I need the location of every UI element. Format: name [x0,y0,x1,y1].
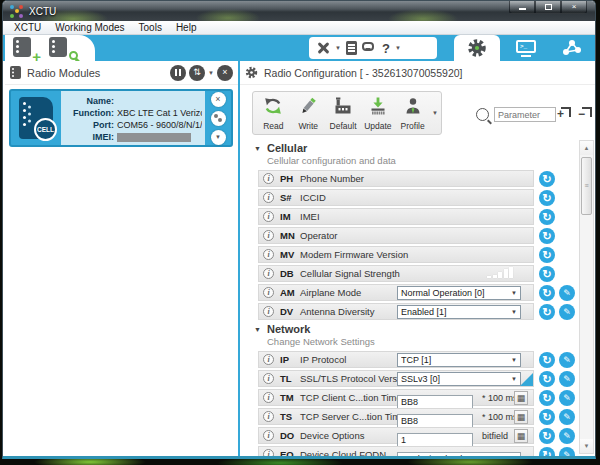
write-param-button[interactable]: ✎ [559,371,575,387]
collapse-all-sections-button[interactable]: − [577,106,593,122]
scrollbar-thumb[interactable]: ≡ [581,157,592,215]
refresh-param-button[interactable]: ↻ [539,209,555,225]
info-icon[interactable]: i [263,411,274,422]
param-select[interactable]: TCP [1] ▼ [397,353,521,367]
refresh-param-button[interactable]: ↻ [539,171,555,187]
tab-network[interactable] [551,35,593,61]
parameter-row[interactable]: i IP IP Protocol TCP [1] ▼ ↻ ✎ [258,351,534,368]
menu-tools[interactable]: Tools [132,21,169,34]
chevron-down-icon[interactable]: ▼ [432,110,438,116]
write-param-button[interactable]: ✎ [559,304,575,320]
refresh-param-button[interactable]: ↻ [539,304,555,320]
param-tool-button[interactable]: ▦ [514,429,528,443]
param-input[interactable] [397,433,473,447]
module-connection-button[interactable] [211,111,226,126]
menu-xctu[interactable]: XCTU [7,21,48,34]
close-button[interactable]: × [561,1,587,14]
collapse-section-icon[interactable]: ▼ [254,326,261,333]
info-icon[interactable]: i [263,373,274,384]
default-button[interactable]: Default [326,93,361,133]
vertical-scrollbar[interactable]: ▲ ≡ ▼ [579,140,594,454]
info-icon[interactable]: i [263,249,274,260]
refresh-param-button[interactable]: ↻ [539,428,555,444]
info-icon[interactable]: i [263,392,274,403]
frames-log-button[interactable] [346,41,357,55]
param-tool-button[interactable]: ▦ [514,410,528,424]
read-button[interactable]: Read [256,93,291,133]
refresh-param-button[interactable]: ↻ [539,409,555,425]
parameter-row[interactable]: i DO Device Options bitfield ▦ ↻ ✎ [258,427,534,444]
info-icon[interactable]: i [263,449,274,456]
param-input[interactable] [397,414,473,428]
chevron-down-icon[interactable]: ▼ [335,45,341,51]
refresh-param-button[interactable]: ↻ [539,285,555,301]
refresh-param-button[interactable]: ↻ [539,352,555,368]
parameter-row[interactable]: i TL SSL/TLS Protocol Version SSLv3 [0] … [258,370,534,387]
write-param-button[interactable]: ✎ [559,285,575,301]
parameter-row[interactable]: i TS TCP Server C...tion Timeout * 100 m… [258,408,534,425]
param-input[interactable] [397,395,473,409]
tools-menu-button[interactable] [316,41,330,55]
info-icon[interactable]: i [263,430,274,441]
profile-button[interactable]: Profile [395,93,430,133]
chevron-down-icon[interactable]: ▼ [208,70,214,76]
maximize-button[interactable] [535,1,561,14]
info-icon[interactable]: i [263,306,274,317]
refresh-param-button[interactable]: ↻ [539,390,555,406]
scroll-down-button[interactable]: ▼ [580,439,593,453]
refresh-param-button[interactable]: ↻ [539,247,555,263]
update-button[interactable]: Update [360,93,395,133]
refresh-param-button[interactable]: ↻ [539,371,555,387]
tab-configuration[interactable] [454,35,500,61]
param-select[interactable]: Enabled [1] ▼ [397,305,521,319]
write-param-button[interactable]: ✎ [559,390,575,406]
title-bar[interactable]: XCTU × [3,1,595,21]
add-radio-module-button[interactable]: + [13,37,39,59]
param-tool-button[interactable]: ▦ [514,391,528,405]
parameter-row[interactable]: i MN Operator ↻ [258,227,534,244]
info-icon[interactable]: i [263,354,274,365]
feedback-button[interactable] [362,42,377,55]
parameter-row[interactable]: i AM Airplane Mode Normal Operation [0] … [258,284,534,301]
help-button[interactable]: ? [382,42,390,55]
parameter-row[interactable]: i DV Antenna Diversity Enabled [1] ▼ ↻ ✎ [258,303,534,320]
refresh-param-button[interactable]: ↻ [539,228,555,244]
expand-all-sections-button[interactable]: + [556,106,572,122]
parameter-row[interactable]: i EQ Device Cloud FQDN ↻ ✎ [258,446,534,456]
remove-module-button[interactable]: × [211,92,226,107]
remove-all-modules-button[interactable]: × [217,65,233,81]
info-icon[interactable]: i [263,268,274,279]
parameter-row[interactable]: i DB Cellular Signal Strength ↻ [258,265,534,282]
info-icon[interactable]: i [263,230,274,241]
collapse-module-button[interactable]: ▼ [211,130,226,145]
parameter-row[interactable]: i IM IMEI ↻ [258,208,534,225]
write-param-button[interactable]: ✎ [559,447,575,456]
parameter-row[interactable]: i PH Phone Number ↻ [258,170,534,187]
parameter-search-input[interactable] [494,107,556,122]
info-icon[interactable]: i [263,192,274,203]
param-input[interactable] [397,452,521,456]
refresh-param-button[interactable]: ↻ [539,266,555,282]
sort-modules-button[interactable]: ⇅ [189,65,205,81]
menu-working-modes[interactable]: Working Modes [48,21,131,34]
info-icon[interactable]: i [263,287,274,298]
write-param-button[interactable]: ✎ [559,409,575,425]
chevron-down-icon[interactable]: ▼ [395,45,401,51]
write-button[interactable]: Write [291,93,326,133]
tab-consoles[interactable]: >_ [505,35,547,61]
radio-module-card[interactable]: CELL Name: Function: XBC LTE Cat 1 Veriz… [9,89,233,147]
parameter-row[interactable]: i S# ICCID ↻ [258,189,534,206]
refresh-param-button[interactable]: ↻ [539,190,555,206]
refresh-param-button[interactable]: ↻ [539,447,555,456]
parameter-row[interactable]: i TM TCP Client C...tion Timeout * 100 m… [258,389,534,406]
scroll-up-button[interactable]: ▲ [580,141,593,155]
write-param-button[interactable]: ✎ [559,352,575,368]
write-param-button[interactable]: ✎ [559,428,575,444]
param-select[interactable]: SSLv3 [0] ▼ [397,372,521,386]
collapse-section-icon[interactable]: ▼ [254,145,261,152]
toggle-module-info-button[interactable] [170,65,186,81]
parameter-row[interactable]: i MV Modem Firmware Version ↻ [258,246,534,263]
section-header[interactable]: ▼ Cellular [254,142,578,154]
discover-radio-modules-button[interactable] [49,37,75,59]
minimize-button[interactable] [509,1,535,14]
